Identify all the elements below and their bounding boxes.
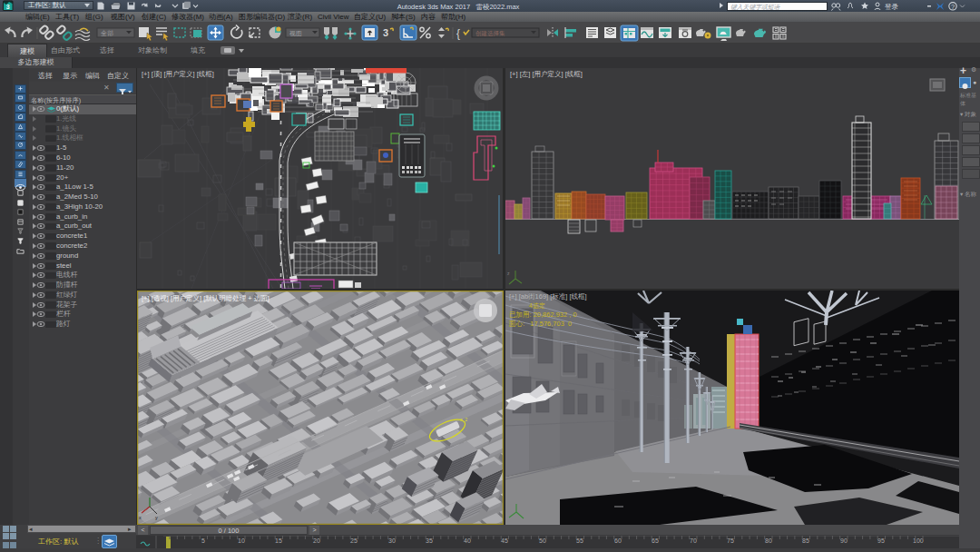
svg-text:[+] [左] [用户定义] [线框]: [+] [左] [用户定义] [线框] — [510, 70, 583, 78]
svg-text:?: ? — [951, 3, 955, 11]
svg-text:[+] [顶] [用户定义] [线框]: [+] [顶] [用户定义] [线框] — [142, 70, 214, 78]
svg-text:面心: 17,576,703 0: 面心: 17,576,703 0 — [508, 320, 572, 328]
svg-text:4选定: 4选定 — [529, 302, 545, 310]
svg-text:全部: 全部 — [101, 30, 113, 37]
svg-text:创建选择集: 创建选择集 — [475, 30, 505, 37]
svg-text:已加用: 20,862,932 , 0: 已加用: 20,862,932 , 0 — [509, 310, 577, 319]
svg-text:视图: 视图 — [289, 30, 302, 37]
svg-text:x: x — [139, 515, 142, 520]
svg-text:y: y — [155, 515, 158, 520]
svg-text:3: 3 — [6, 4, 10, 10]
svg-text:[+] [透视] [用户定义] [默认明暗处理 + 边面]: [+] [透视] [用户定义] [默认明暗处理 + 边面] — [142, 294, 270, 302]
svg-text:a_2: a_2 — [460, 417, 468, 422]
svg-text:登录: 登录 — [885, 3, 899, 11]
svg-text:{: { — [456, 27, 460, 40]
svg-text:[+] [ab街169] [标准] [线框]: [+] [ab街169] [标准] [线框] — [509, 292, 587, 301]
svg-text:3: 3 — [383, 27, 388, 38]
